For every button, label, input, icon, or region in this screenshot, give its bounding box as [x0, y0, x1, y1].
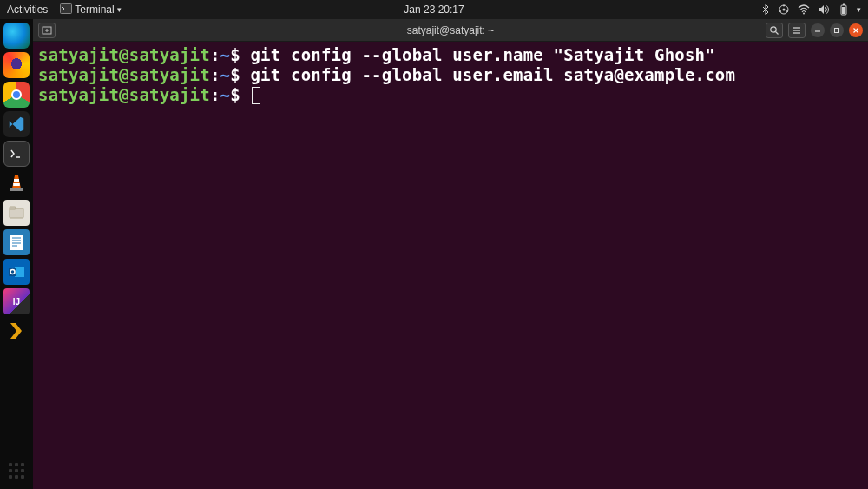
- updates-icon[interactable]: [779, 4, 789, 15]
- bluetooth-icon[interactable]: [761, 3, 770, 16]
- command-text: git config --global user.name "Satyajit …: [250, 45, 714, 64]
- svg-rect-14: [10, 188, 23, 191]
- window-minimize-button[interactable]: [811, 23, 825, 37]
- svg-rect-0: [61, 3, 72, 13]
- desktop-topbar: Activities Terminal ▾ Jan 23 20:17 ▾: [0, 0, 868, 19]
- firefox-icon[interactable]: [3, 52, 30, 78]
- terminal-mini-icon: [60, 3, 72, 17]
- command-text: git config --global user.email satya@exa…: [250, 65, 735, 84]
- plex-icon[interactable]: [3, 318, 30, 344]
- svg-point-4: [786, 10, 788, 12]
- activities-button[interactable]: Activities: [7, 3, 48, 16]
- topbar-app-menu[interactable]: Terminal ▾: [60, 3, 121, 17]
- topbar-app-label: Terminal: [75, 3, 114, 16]
- terminal-title: satyajit@satyajit: ~: [407, 24, 495, 36]
- terminal-menu-button[interactable]: [788, 23, 806, 38]
- svg-point-28: [771, 26, 776, 31]
- svg-line-29: [776, 31, 779, 34]
- terminal-line: satyajit@satyajit:~$ git config --global…: [38, 65, 863, 85]
- prompt-cwd: ~: [220, 85, 231, 104]
- chevron-down-icon: ▾: [117, 5, 122, 14]
- outlook-icon[interactable]: [3, 259, 30, 285]
- terminal-line: satyajit@satyajit:~$: [38, 85, 863, 105]
- topbar-left: Activities Terminal ▾: [7, 3, 122, 17]
- prompt-dollar: $: [230, 85, 240, 104]
- terminal-line: satyajit@satyajit:~$ git config --global…: [38, 45, 863, 65]
- prompt-dollar: $: [230, 45, 240, 64]
- terminal-cursor: [252, 87, 260, 104]
- prompt-user-host: satyajit@satyajit: [38, 85, 210, 104]
- svg-point-3: [783, 5, 785, 7]
- prompt-user-host: satyajit@satyajit: [38, 45, 210, 64]
- svg-point-2: [783, 9, 786, 11]
- prompt-user-host: satyajit@satyajit: [38, 65, 210, 84]
- wifi-icon[interactable]: [798, 4, 810, 15]
- vscode-icon[interactable]: [3, 111, 30, 137]
- svg-rect-8: [843, 4, 845, 6]
- topbar-tray: ▾: [761, 3, 861, 16]
- system-menu-chevron-icon[interactable]: ▾: [857, 5, 861, 14]
- terminal-search-button[interactable]: [766, 23, 783, 38]
- dock: IJ: [0, 19, 33, 489]
- window-maximize-button[interactable]: [830, 23, 844, 37]
- edge-icon[interactable]: [3, 23, 30, 49]
- battery-icon[interactable]: [839, 3, 848, 16]
- terminal-body[interactable]: satyajit@satyajit:~$ git config --global…: [33, 42, 868, 489]
- svg-point-5: [779, 10, 781, 12]
- svg-rect-17: [10, 235, 23, 250]
- svg-point-6: [803, 13, 805, 15]
- prompt-cwd: ~: [220, 45, 231, 64]
- terminal-window: satyajit@satyajit: ~ satyajit@satyajit:~…: [33, 19, 868, 489]
- prompt-cwd: ~: [220, 65, 231, 84]
- prompt-dollar: $: [230, 65, 240, 84]
- command-text: [250, 85, 260, 104]
- chrome-icon[interactable]: [3, 82, 30, 108]
- volume-icon[interactable]: [819, 4, 831, 15]
- svg-rect-12: [14, 179, 19, 182]
- terminal-icon[interactable]: [3, 141, 30, 167]
- svg-rect-13: [13, 183, 20, 186]
- show-apps-button[interactable]: [3, 458, 30, 484]
- intellij-icon[interactable]: IJ: [3, 288, 30, 314]
- files-icon[interactable]: [3, 200, 30, 226]
- window-close-button[interactable]: [849, 23, 863, 37]
- svg-rect-15: [10, 208, 23, 218]
- main-area: IJ satyajit@satyajit: ~ satyajit@satyaji…: [0, 19, 868, 489]
- svg-rect-10: [8, 147, 25, 161]
- svg-rect-16: [10, 207, 16, 209]
- topbar-clock[interactable]: Jan 23 20:17: [404, 3, 464, 16]
- writer-icon[interactable]: [3, 229, 30, 255]
- terminal-titlebar: satyajit@satyajit: ~: [33, 19, 868, 42]
- new-tab-button[interactable]: [38, 23, 56, 38]
- svg-rect-9: [842, 7, 845, 14]
- vlc-icon[interactable]: [3, 170, 30, 196]
- svg-rect-34: [835, 28, 839, 32]
